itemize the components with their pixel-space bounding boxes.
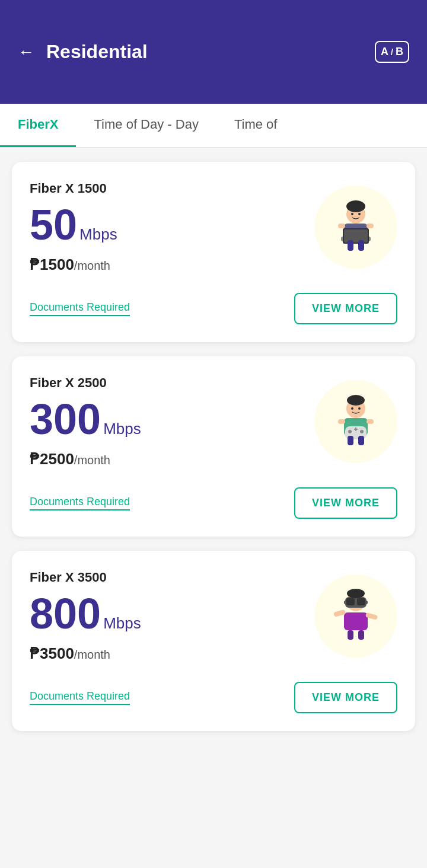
plan-price-2500: ₱2500/month: [30, 450, 305, 468]
documents-link-1500[interactable]: Documents Required: [30, 301, 130, 316]
svg-rect-20: [338, 419, 345, 424]
view-more-button-1500[interactable]: VIEW MORE: [294, 293, 397, 324]
svg-point-17: [360, 430, 364, 433]
plans-list: Fiber X 1500 50 Mbps ₱1500/month: [0, 148, 427, 745]
plan-name-2500: Fiber X 2500: [30, 375, 305, 391]
svg-point-11: [358, 213, 361, 215]
plan-price-1500: ₱1500/month: [30, 256, 305, 274]
plan-speed-3500: 800 Mbps: [30, 592, 305, 635]
plan-avatar-2500: [314, 380, 397, 463]
svg-rect-8: [348, 240, 353, 251]
back-button[interactable]: ←: [18, 43, 34, 62]
svg-rect-31: [365, 601, 368, 604]
plan-price-3500: ₱3500/month: [30, 644, 305, 663]
svg-rect-36: [358, 630, 364, 640]
svg-point-24: [351, 407, 353, 410]
speed-unit-2500: Mbps: [103, 420, 141, 438]
page-title: Residential: [46, 41, 148, 63]
svg-rect-19: [355, 427, 356, 431]
ab-divider: /: [391, 47, 393, 57]
ab-label-b: B: [396, 46, 403, 58]
plan-actions-3500: Documents Required VIEW MORE: [30, 682, 397, 713]
plan-name-3500: Fiber X 3500: [30, 570, 305, 585]
svg-rect-30: [344, 601, 346, 604]
per-month-2500: /month: [74, 454, 110, 467]
documents-link-3500[interactable]: Documents Required: [30, 690, 130, 705]
plan-avatar-1500: [314, 186, 397, 269]
tab-time-of[interactable]: Time of: [216, 104, 295, 147]
speed-number-1500: 50: [30, 203, 77, 246]
documents-link-2500[interactable]: Documents Required: [30, 496, 130, 510]
svg-point-25: [358, 407, 361, 410]
svg-rect-5: [344, 229, 368, 242]
svg-rect-35: [348, 630, 353, 640]
tab-time-of-day[interactable]: Time of Day - Day: [76, 104, 216, 147]
svg-point-37: [347, 589, 365, 598]
view-more-button-3500[interactable]: VIEW MORE: [294, 682, 397, 713]
plan-info-1500: Fiber X 1500 50 Mbps ₱1500/month: [30, 181, 305, 291]
plan-avatar-3500: [314, 575, 397, 658]
tab-fiberx[interactable]: FiberX: [0, 104, 76, 147]
svg-rect-29: [357, 598, 365, 605]
per-month-1500: /month: [74, 259, 110, 272]
svg-rect-32: [344, 612, 368, 630]
svg-rect-28: [346, 598, 355, 605]
svg-rect-23: [358, 436, 364, 445]
speed-number-3500: 800: [30, 592, 101, 635]
svg-rect-6: [338, 224, 345, 228]
price-value-1500: ₱1500: [30, 256, 74, 273]
svg-point-14: [347, 395, 365, 406]
view-more-button-2500[interactable]: VIEW MORE: [294, 487, 397, 519]
svg-point-10: [351, 213, 353, 215]
plan-info-2500: Fiber X 2500 300 Mbps ₱2500/month: [30, 375, 305, 485]
plan-card-2500: Fiber X 2500 300 Mbps ₱2500/month: [12, 356, 415, 537]
header-left: ← Residential: [18, 41, 148, 63]
plan-name-1500: Fiber X 1500: [30, 181, 305, 196]
per-month-3500: /month: [74, 648, 110, 661]
speed-number-2500: 300: [30, 398, 101, 441]
ab-test-icon[interactable]: A / B: [375, 41, 409, 63]
ab-label: A: [381, 46, 388, 58]
tabs-bar: FiberX Time of Day - Day Time of: [0, 104, 427, 148]
plan-info-3500: Fiber X 3500 800 Mbps ₱3500/month: [30, 570, 305, 679]
header: ← Residential A / B: [0, 0, 427, 104]
price-value-2500: ₱2500: [30, 450, 74, 468]
svg-rect-21: [367, 419, 374, 424]
plan-speed-2500: 300 Mbps: [30, 398, 305, 441]
plan-actions-2500: Documents Required VIEW MORE: [30, 487, 397, 519]
svg-rect-22: [348, 436, 353, 445]
plan-card-1500: Fiber X 1500 50 Mbps ₱1500/month: [12, 162, 415, 342]
svg-point-3: [346, 200, 365, 212]
speed-unit-3500: Mbps: [103, 614, 141, 633]
svg-rect-7: [367, 224, 374, 228]
svg-point-16: [348, 430, 352, 433]
plan-card-3500: Fiber X 3500 800 Mbps ₱3500/month: [12, 551, 415, 731]
price-value-3500: ₱3500: [30, 644, 74, 662]
plan-actions-1500: Documents Required VIEW MORE: [30, 293, 397, 324]
plan-speed-1500: 50 Mbps: [30, 203, 305, 246]
svg-rect-9: [358, 240, 364, 251]
speed-unit-1500: Mbps: [79, 225, 117, 244]
